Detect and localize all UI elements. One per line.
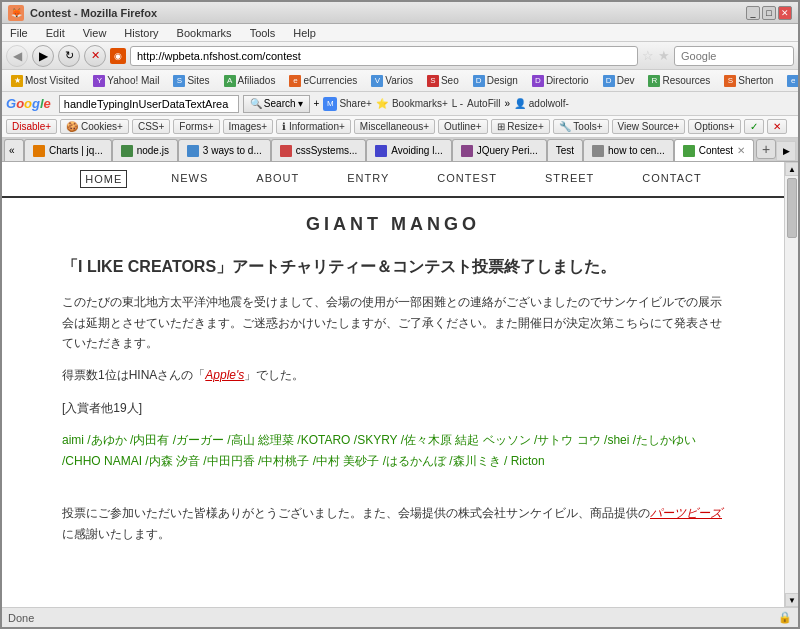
close-button[interactable]: ✕ [778, 6, 792, 20]
tab-favicon [592, 145, 604, 157]
dev-toolbar: Disable+ 🍪 Cookies+ CSS+ Forms+ Images+ … [2, 116, 798, 138]
maximize-button[interactable]: □ [762, 6, 776, 20]
menu-help[interactable]: Help [289, 27, 320, 39]
nav-about[interactable]: ABOUT [252, 170, 303, 188]
lock-icon: 🔒 [778, 611, 792, 624]
tab-favicon [683, 145, 695, 157]
google-more[interactable]: » [504, 98, 510, 109]
reload-button[interactable]: ↻ [58, 45, 80, 67]
menu-tools[interactable]: Tools [246, 27, 280, 39]
scrollbar-thumb[interactable] [787, 178, 797, 238]
scroll-down-button[interactable]: ▼ [785, 593, 798, 607]
status-text: Done [8, 612, 34, 624]
tab-close-icon[interactable]: ✕ [737, 145, 745, 156]
nav-contact[interactable]: CONTACT [638, 170, 705, 188]
tabs-scroll-right[interactable]: ▶ [776, 141, 796, 161]
google-user[interactable]: 👤 adolwolf- [514, 98, 569, 109]
bookmark-dev[interactable]: D Dev [598, 73, 640, 89]
bookmark-sherton[interactable]: S Sherton [719, 73, 778, 89]
minimize-button[interactable]: _ [746, 6, 760, 20]
bookmark-icon: A [224, 75, 236, 87]
nav-entry[interactable]: ENTRY [343, 170, 393, 188]
dev-resize[interactable]: ⊞ Resize+ [491, 119, 550, 134]
tab-nav-left[interactable]: « [4, 139, 24, 161]
dev-view-source[interactable]: View Source+ [612, 119, 686, 134]
dev-disable[interactable]: Disable+ [6, 119, 57, 134]
dev-cookies[interactable]: 🍪 Cookies+ [60, 119, 129, 134]
bookmark-seo[interactable]: S Seo [422, 73, 464, 89]
dev-tools[interactable]: 🔧 Tools+ [553, 119, 609, 134]
menu-view[interactable]: View [79, 27, 111, 39]
nav-search-input[interactable] [674, 46, 794, 66]
bookmark-afiliados[interactable]: A Afiliados [219, 73, 281, 89]
google-tool-l[interactable]: L - [452, 98, 463, 109]
address-bar[interactable] [130, 46, 638, 66]
tab-howto[interactable]: how to cen... [583, 139, 674, 161]
dev-css[interactable]: CSS+ [132, 119, 170, 134]
tab-favicon [187, 145, 199, 157]
nav-street[interactable]: STREET [541, 170, 598, 188]
browser-window: 🦊 Contest - Mozilla Firefox _ □ ✕ File E… [0, 0, 800, 629]
nav-news[interactable]: NEWS [167, 170, 212, 188]
tab-test[interactable]: Test [547, 139, 583, 161]
google-search-button[interactable]: 🔍 Search ▾ [243, 95, 310, 113]
tab-avoiding[interactable]: Avoiding l... [366, 139, 451, 161]
dev-forms[interactable]: Forms+ [173, 119, 219, 134]
forward-button[interactable]: ▶ [32, 45, 54, 67]
dev-outline[interactable]: Outline+ [438, 119, 488, 134]
google-tools: + M Share+ ⭐ Bookmarks+ L - AutoFill » 👤… [314, 97, 569, 111]
apples-link[interactable]: Apple's [205, 368, 244, 382]
bookmark-star-icon[interactable]: ☆ [642, 48, 654, 63]
scroll-up-button[interactable]: ▲ [785, 162, 798, 176]
dev-close[interactable]: ✕ [767, 119, 787, 134]
google-logo: Google [6, 96, 51, 111]
bookmark-resources[interactable]: R Resources [643, 73, 715, 89]
menu-file[interactable]: File [6, 27, 32, 39]
tab-jquery[interactable]: JQuery Peri... [452, 139, 547, 161]
tab-favicon [280, 145, 292, 157]
dev-information[interactable]: ℹ Information+ [276, 119, 351, 134]
bookmark-elance[interactable]: e eLance [782, 73, 798, 89]
bookmark-yahoo[interactable]: Y Yahoo! Mail [88, 73, 164, 89]
nav-home[interactable]: HOME [80, 170, 127, 188]
window-title: Contest - Mozilla Firefox [30, 7, 157, 19]
bookmark-most-visited[interactable]: ★ Most Visited [6, 73, 84, 89]
dev-images[interactable]: Images+ [223, 119, 274, 134]
tab-css[interactable]: cssSystems... [271, 139, 367, 161]
menu-bar: File Edit View History Bookmarks Tools H… [2, 24, 798, 42]
body2-suffix: 」でした。 [244, 368, 304, 382]
bookmark-sites[interactable]: S Sites [168, 73, 214, 89]
rss-icon[interactable]: ◉ [110, 48, 126, 64]
tab-contest[interactable]: Contest ✕ [674, 139, 754, 161]
window-controls: _ □ ✕ [746, 6, 792, 20]
site-title: GIANT MANGO [2, 198, 784, 243]
nav-contest[interactable]: CONTEST [433, 170, 501, 188]
menu-edit[interactable]: Edit [42, 27, 69, 39]
tab-3ways[interactable]: 3 ways to d... [178, 139, 271, 161]
bookmark-directorio[interactable]: D Directorio [527, 73, 594, 89]
dev-options[interactable]: Options+ [688, 119, 740, 134]
menu-history[interactable]: History [120, 27, 162, 39]
bookmark-icon: Y [93, 75, 105, 87]
stop-button[interactable]: ✕ [84, 45, 106, 67]
bookmark-ecurrencies[interactable]: e eCurrencies [284, 73, 362, 89]
back-button[interactable]: ◀ [6, 45, 28, 67]
scrollbar-track[interactable] [785, 176, 798, 593]
share-icon: M [323, 97, 337, 111]
bookmark-star2-icon[interactable]: ★ [658, 48, 670, 63]
new-tab-button[interactable]: + [756, 139, 776, 159]
dev-ok[interactable]: ✓ [744, 119, 764, 134]
menu-bookmarks[interactable]: Bookmarks [173, 27, 236, 39]
tab-nodejs[interactable]: node.js [112, 139, 178, 161]
bookmark-design[interactable]: D Design [468, 73, 523, 89]
bookmark-varios[interactable]: V Varios [366, 73, 418, 89]
partsbeads-link[interactable]: パーツビーズ [650, 506, 722, 520]
tab-charts[interactable]: Charts | jq... [24, 139, 112, 161]
site-navigation: HOME NEWS ABOUT ENTRY CONTEST STREET CON… [2, 162, 784, 198]
google-tool-bookmarks[interactable]: Bookmarks+ [392, 98, 448, 109]
google-tool-share[interactable]: M Share+ [323, 97, 372, 111]
bookmark-icon: S [173, 75, 185, 87]
google-tool-autofill[interactable]: AutoFill [467, 98, 500, 109]
google-search-input[interactable] [59, 95, 239, 113]
dev-misc[interactable]: Miscellaneous+ [354, 119, 435, 134]
